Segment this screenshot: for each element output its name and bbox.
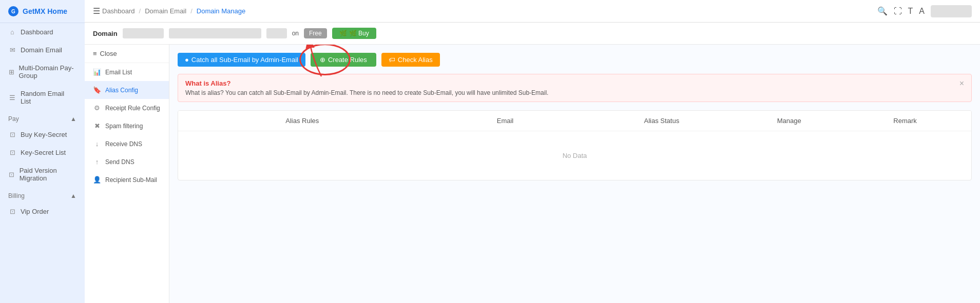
breadcrumb-sep: /	[190, 7, 193, 15]
info-close-button[interactable]: ×	[959, 79, 964, 88]
check-alias-label: Check Alias	[398, 56, 433, 64]
close-label: Close	[100, 50, 117, 57]
table-empty-state: No Data	[178, 131, 971, 180]
up-arrow-icon: ↑	[93, 158, 101, 166]
domain-value-2	[169, 28, 261, 38]
breadcrumb-domain-email[interactable]: Domain Email	[145, 7, 186, 15]
down-arrow-icon: ↓	[93, 140, 101, 148]
fullscreen-icon[interactable]: ⛶	[894, 7, 902, 16]
domain-label: Domain	[93, 30, 118, 37]
sidebar-item-paid-migration[interactable]: ⊡ Paid Version Migration	[0, 161, 85, 187]
info-text: What is alias? You can catch all Sub-Ema…	[185, 89, 548, 96]
col-email: Email	[418, 117, 592, 125]
sidebar-item-label: Paid Version Migration	[20, 167, 76, 182]
key-icon: ⊡	[8, 131, 16, 138]
catch-all-button[interactable]: ● Catch all Sub-Email by Admin-Email	[178, 53, 305, 67]
inner-sidebar-receipt-rule[interactable]: ⚙ Receipt Rule Config	[85, 99, 169, 117]
section-label: Pay	[8, 115, 19, 123]
check-alias-button[interactable]: 🏷 Check Alias	[381, 53, 440, 67]
spam-icon: ✖	[93, 122, 101, 130]
inner-item-label: Recipient Sub-Mail	[105, 176, 157, 184]
billing-section-header[interactable]: Billing ▲	[0, 189, 85, 203]
create-rules-label: Create Rules	[328, 56, 367, 64]
hamburger-icon[interactable]: ☰	[93, 6, 100, 16]
free-button[interactable]: Free	[304, 28, 327, 38]
inner-sidebar-spam-filter[interactable]: ✖ Spam filtering	[85, 117, 169, 135]
info-box-content: What is Alias? What is alias? You can ca…	[185, 79, 548, 96]
migration-icon: ⊡	[8, 171, 15, 178]
accessibility-icon[interactable]: A	[919, 7, 925, 16]
grid-icon: ⊞	[8, 68, 15, 76]
inner-sidebar-email-list[interactable]: 📊 Email List	[85, 63, 169, 81]
breadcrumb-sep: /	[139, 7, 141, 15]
table-header: Alias Rules Email Alias Status Manage Re…	[178, 111, 971, 131]
inner-item-label: Spam filtering	[105, 123, 143, 130]
inner-sidebar-close[interactable]: ≡ Close	[85, 45, 169, 63]
app-title: GetMX Home	[23, 7, 67, 15]
pay-section-header[interactable]: Pay ▲	[0, 112, 85, 126]
breadcrumb-current: Domain Manage	[197, 7, 245, 15]
email-icon: ✉	[8, 46, 16, 54]
search-icon[interactable]: 🔍	[877, 6, 888, 16]
app-logo[interactable]: G GetMX Home	[0, 0, 85, 23]
domain-value-3	[266, 28, 287, 38]
alias-info-box: What is Alias? What is alias? You can ca…	[178, 74, 972, 102]
gear-icon: ⚙	[93, 104, 101, 112]
create-rules-button[interactable]: ⊕ Create Rules	[311, 53, 376, 67]
sidebar-item-vip-order[interactable]: ⊡ Vip Order	[0, 203, 85, 220]
sidebar-item-random-email[interactable]: ☰ Random Email List	[0, 85, 85, 110]
domain-value-1	[123, 28, 164, 38]
breadcrumb-dashboard[interactable]: Dashboard	[102, 7, 135, 15]
alias-icon: 🔖	[93, 86, 101, 94]
list-icon: ⊡	[8, 149, 16, 156]
home-icon: ⌂	[8, 28, 16, 36]
content-area: ≡ Close 📊 Email List 🔖 Alias Config ⚙ Re…	[85, 45, 980, 303]
inner-item-label: Send DNS	[105, 158, 134, 166]
sidebar-item-dashboard[interactable]: ⌂ Dashboard	[0, 23, 85, 41]
domain-status: on	[292, 30, 299, 37]
sidebar-item-label: Multi-Domain Pay-Group	[19, 64, 76, 79]
buy-icon: 🌿	[339, 30, 347, 37]
sidebar-item-label: Domain Email	[21, 46, 62, 54]
col-alias-status: Alias Status	[592, 117, 731, 125]
left-sidebar: G GetMX Home ⌂ Dashboard ✉ Domain Email …	[0, 0, 85, 303]
sidebar-item-domain-email[interactable]: ✉ Domain Email	[0, 41, 85, 59]
user-icon: 👤	[93, 176, 101, 184]
action-bar: ● Catch all Sub-Email by Admin-Email ⊕ C…	[178, 53, 972, 67]
inner-sidebar-recipient-sub[interactable]: 👤 Recipient Sub-Mail	[85, 171, 169, 189]
inner-item-label: Receive DNS	[105, 140, 142, 148]
vip-icon: ⊡	[8, 208, 16, 215]
col-alias-rules: Alias Rules	[186, 117, 418, 125]
inner-item-label: Alias Config	[105, 87, 138, 94]
buy-label: 🌿 Buy	[349, 30, 369, 37]
alias-rules-table: Alias Rules Email Alias Status Manage Re…	[178, 110, 972, 180]
text-size-icon[interactable]: T	[908, 7, 913, 16]
inner-sidebar-send-dns[interactable]: ↑ Send DNS	[85, 153, 169, 171]
info-title: What is Alias?	[185, 79, 548, 87]
close-icon: ≡	[93, 50, 97, 57]
logo-icon: G	[8, 6, 18, 16]
inner-item-label: Email List	[105, 69, 132, 76]
col-remark: Remark	[847, 117, 963, 125]
topbar: ☰ Dashboard / Domain Email / Domain Mana…	[85, 0, 980, 23]
sidebar-item-label: Random Email List	[21, 90, 76, 105]
list-icon: ☰	[8, 94, 16, 102]
create-rules-wrapper: ⊕ Create Rules	[311, 53, 376, 67]
sidebar-item-key-list[interactable]: ⊡ Key-Secret List	[0, 144, 85, 161]
sidebar-item-label: Key-Secret List	[21, 149, 66, 156]
buy-button[interactable]: 🌿 🌿 Buy	[332, 28, 376, 39]
sidebar-item-buy-key[interactable]: ⊡ Buy Key-Secret	[0, 126, 85, 144]
inner-sidebar-alias-config[interactable]: 🔖 Alias Config	[85, 81, 169, 99]
sidebar-item-label: Vip Order	[21, 208, 49, 215]
section-label: Billing	[8, 192, 25, 199]
inner-item-label: Receipt Rule Config	[105, 105, 160, 112]
sidebar-item-label: Buy Key-Secret	[21, 131, 67, 138]
catch-all-label: Catch all Sub-Email by Admin-Email	[191, 56, 298, 64]
main-area: ☰ Dashboard / Domain Email / Domain Mana…	[85, 0, 980, 303]
breadcrumb: ☰ Dashboard / Domain Email / Domain Mana…	[93, 6, 245, 16]
plus-icon: ⊕	[320, 56, 325, 64]
inner-sidebar-receive-dns[interactable]: ↓ Receive DNS	[85, 135, 169, 153]
sidebar-item-multi-domain[interactable]: ⊞ Multi-Domain Pay-Group	[0, 59, 85, 85]
chevron-up-icon: ▲	[70, 192, 76, 199]
main-content-panel: ● Catch all Sub-Email by Admin-Email ⊕ C…	[169, 45, 980, 303]
